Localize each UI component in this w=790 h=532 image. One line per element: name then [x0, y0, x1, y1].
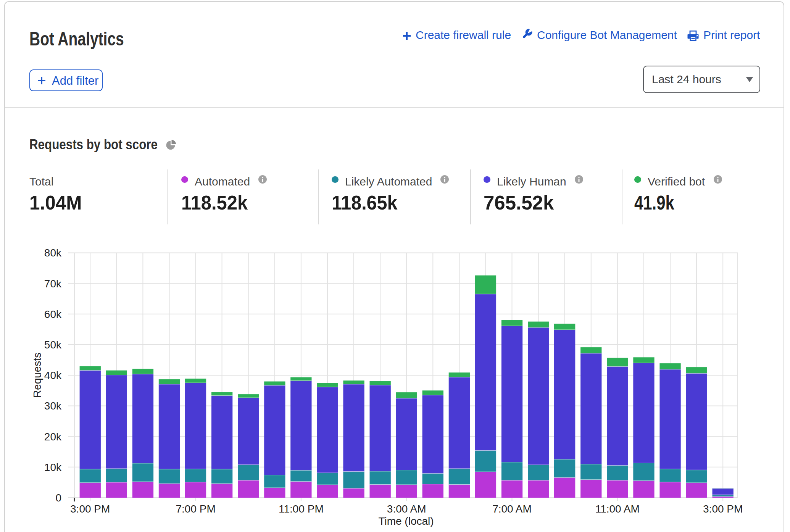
svg-text:7:00 PM: 7:00 PM	[176, 503, 215, 515]
svg-text:30k: 30k	[44, 400, 62, 412]
svg-text:60k: 60k	[44, 308, 62, 320]
svg-text:40k: 40k	[44, 369, 62, 381]
svg-text:3:00 AM: 3:00 AM	[387, 503, 426, 515]
svg-text:3:00 PM: 3:00 PM	[70, 503, 110, 515]
svg-text:10k: 10k	[44, 461, 62, 473]
svg-text:3:00 PM: 3:00 PM	[703, 503, 743, 515]
svg-text:70k: 70k	[44, 278, 62, 290]
svg-text:11:00 AM: 11:00 AM	[595, 503, 640, 515]
svg-text:20k: 20k	[44, 431, 62, 443]
svg-text:Time (local): Time (local)	[378, 515, 434, 527]
svg-text:80k: 80k	[44, 247, 62, 259]
svg-text:11:00 PM: 11:00 PM	[279, 503, 324, 515]
svg-text:7:00 AM: 7:00 AM	[492, 503, 532, 515]
svg-text:50k: 50k	[44, 339, 62, 351]
svg-text:0: 0	[55, 492, 61, 504]
svg-text:Requests: Requests	[31, 353, 43, 398]
